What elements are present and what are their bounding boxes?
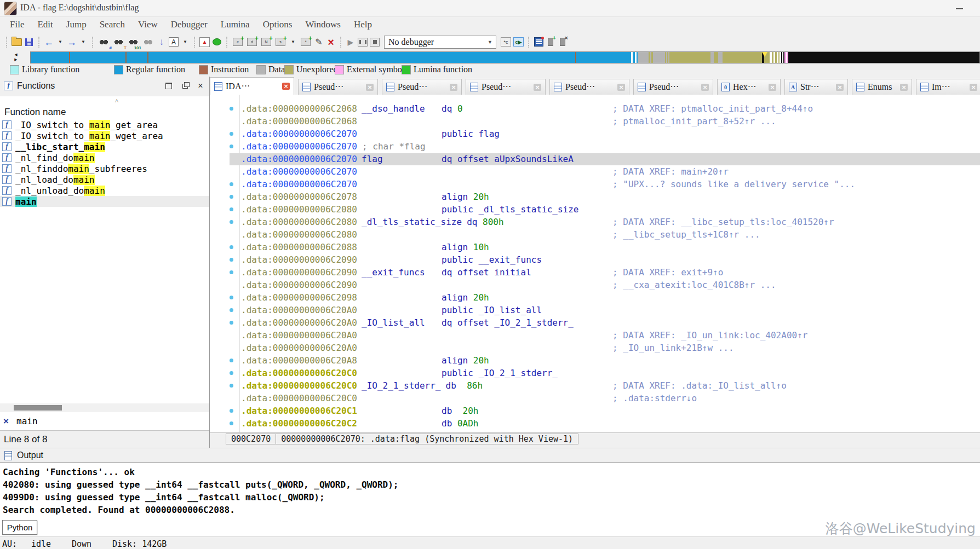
listing-line[interactable]: .data:00000000006C20C2db 0ADh: [230, 418, 980, 430]
function-row[interactable]: f_IO_switch_to_main_wget_area: [0, 130, 209, 141]
function-row[interactable]: f_nl_finddomain_subfreeres: [0, 163, 209, 174]
close-icon[interactable]: ×: [836, 84, 844, 91]
undefine-button[interactable]: ×: [326, 36, 336, 48]
tab-pseud[interactable]: Pseud···×: [382, 79, 462, 95]
menu-options[interactable]: Options: [256, 18, 299, 31]
menu-view[interactable]: View: [131, 18, 164, 31]
run-until-return-button[interactable]: *c: [501, 37, 511, 47]
navigate-back-button[interactable]: ←: [44, 36, 54, 48]
navband-scroll-arrows[interactable]: ◀▶: [12, 51, 20, 63]
search-text-button[interactable]: T: [112, 36, 125, 48]
listing-line[interactable]: .data:00000000006C20A0_IO_list_alldq off…: [230, 317, 980, 329]
menu-file[interactable]: File: [3, 18, 31, 31]
close-icon[interactable]: ×: [282, 83, 290, 90]
make-data-button[interactable]: d: [246, 36, 258, 48]
menu-jump[interactable]: Jump: [60, 18, 93, 31]
close-icon[interactable]: ×: [970, 84, 977, 91]
tab-im[interactable]: Im···×: [916, 79, 980, 95]
listing-line[interactable]: .data:00000000006C2068; ptmalloc_init_pa…: [230, 115, 980, 128]
listing-line[interactable]: .data:00000000006C2090__exit_funcsdq off…: [230, 267, 980, 279]
problems-list-button[interactable]: ▲: [199, 36, 210, 48]
pause-debugger-button[interactable]: [358, 38, 368, 47]
search-sequence-button[interactable]: 101: [127, 36, 140, 48]
make-string-button[interactable]: s: [274, 36, 286, 48]
function-row[interactable]: f__libc_start_main: [0, 141, 209, 152]
text-options-button[interactable]: A: [169, 36, 179, 48]
forward-history-dropdown[interactable]: ▼: [78, 36, 88, 48]
tab-str[interactable]: AStr···×: [784, 79, 848, 95]
jump-to-address-button[interactable]: ↓: [157, 36, 167, 48]
navigation-band[interactable]: [30, 51, 980, 63]
menu-windows[interactable]: Windows: [299, 18, 347, 31]
tab-enums[interactable]: Enums×: [852, 79, 912, 95]
clear-filter-icon[interactable]: ×: [0, 416, 12, 427]
listing-line[interactable]: .data:00000000006C2088align 10h: [230, 241, 980, 253]
stop-debugger-button[interactable]: [370, 38, 380, 47]
start-debugger-button[interactable]: ▶: [346, 36, 356, 48]
menu-edit[interactable]: Edit: [31, 18, 59, 31]
navigate-forward-button[interactable]: →: [67, 36, 77, 48]
functions-hscrollbar[interactable]: [0, 403, 209, 413]
text-options-dropdown[interactable]: ▼: [180, 36, 190, 48]
listing-line[interactable]: .data:00000000006C2080_dl_tls_static_siz…: [230, 216, 980, 228]
listing-line[interactable]: .data:00000000006C2070; char *flag: [230, 141, 980, 153]
listing-line[interactable]: .data:00000000006C20C0public _IO_2_1_std…: [230, 367, 980, 379]
menu-debugger[interactable]: Debugger: [164, 18, 214, 31]
search-again-button[interactable]: [142, 36, 154, 48]
function-row[interactable]: f_nl_unload_domain: [0, 185, 209, 196]
listing-line[interactable]: .data:00000000006C20C0_IO_2_1_stderr_db …: [230, 380, 980, 392]
listing-line[interactable]: .data:00000000006C20C0; .data:stderr↓o: [230, 392, 980, 404]
restore-window-button[interactable]: [164, 82, 173, 90]
edit-function-button[interactable]: ✎: [314, 36, 324, 48]
close-icon[interactable]: ×: [769, 84, 776, 91]
listing-line[interactable]: .data:00000000006C20A0; DATA XREF: _IO_u…: [230, 330, 980, 342]
add-breakpoint-button[interactable]: +: [546, 36, 555, 48]
string-type-dropdown[interactable]: ▼: [288, 36, 298, 48]
close-icon[interactable]: ×: [900, 84, 908, 91]
listing-line[interactable]: .data:00000000006C2090public __exit_func…: [230, 254, 980, 266]
tab-pseud[interactable]: Pseud···×: [298, 79, 378, 95]
close-icon[interactable]: ×: [701, 84, 709, 91]
close-icon[interactable]: ×: [366, 84, 374, 91]
listing-line[interactable]: .data:00000000006C2098align 20h: [230, 292, 980, 304]
filter-input[interactable]: [15, 415, 209, 427]
listing-line[interactable]: .data:00000000006C2078align 20h: [230, 191, 980, 203]
close-icon[interactable]: ×: [450, 84, 457, 91]
menu-help[interactable]: Help: [347, 18, 379, 31]
listing-line[interactable]: .data:00000000006C2080; __libc_setup_tls…: [230, 229, 980, 241]
debugger-select[interactable]: No debugger ▼: [384, 36, 496, 49]
make-name-button[interactable]: N: [260, 36, 272, 48]
back-history-dropdown[interactable]: ▼: [55, 36, 65, 48]
tab-hex[interactable]: 0Hex···×: [717, 79, 781, 95]
disassembly-listing[interactable]: .data:00000000006C2068__dso_handledq 0; …: [210, 95, 980, 432]
open-file-button[interactable]: [12, 36, 22, 48]
listing-line[interactable]: .data:00000000006C2080public _dl_tls_sta…: [230, 204, 980, 216]
scrollbar-thumb[interactable]: [14, 405, 62, 411]
close-icon[interactable]: ×: [534, 84, 541, 91]
make-code-button[interactable]: c: [232, 36, 244, 48]
close-icon[interactable]: ×: [617, 84, 625, 91]
close-panel-button[interactable]: ×: [196, 82, 205, 90]
tab-ida[interactable]: IDA···×: [210, 77, 294, 95]
listing-line[interactable]: .data:00000000006C2070public flag: [230, 128, 980, 140]
listing-line[interactable]: .data:00000000006C2090; __cxa_atexit:loc…: [230, 279, 980, 291]
continue-process-button[interactable]: c▶: [513, 37, 524, 47]
menu-lumina[interactable]: Lumina: [214, 18, 256, 31]
function-row[interactable]: f_nl_load_domain: [0, 174, 209, 185]
output-log[interactable]: Caching 'Functions'... ok402080: using g…: [0, 463, 980, 519]
sort-caret-icon[interactable]: ^: [115, 97, 118, 106]
listing-line[interactable]: .data:00000000006C2070flagdq offset aUpx…: [230, 153, 980, 165]
menu-search[interactable]: Search: [93, 18, 131, 31]
listing-line[interactable]: .data:00000000006C20A8align 20h: [230, 355, 980, 367]
listing-line[interactable]: .data:00000000006C20A0; _IO_un_link+21B↑…: [230, 342, 980, 354]
tab-pseud[interactable]: Pseud···×: [466, 79, 546, 95]
function-row[interactable]: fmain: [0, 196, 209, 207]
function-row[interactable]: f_IO_switch_to_main_get_area: [0, 119, 209, 130]
listing-line[interactable]: .data:00000000006C2068__dso_handledq 0; …: [230, 103, 980, 115]
listing-line[interactable]: .data:00000000006C2070; DATA XREF: main+…: [230, 166, 980, 178]
search-names-button[interactable]: #: [98, 36, 110, 48]
python-cli-button[interactable]: Python: [2, 520, 37, 535]
minimize-button[interactable]: [956, 8, 963, 9]
save-button[interactable]: [24, 36, 34, 48]
float-window-button[interactable]: [181, 82, 190, 90]
